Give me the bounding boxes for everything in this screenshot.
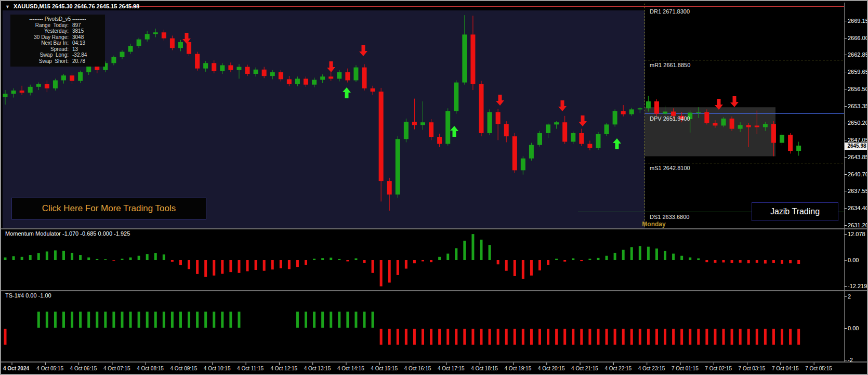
candle-body	[3, 94, 8, 97]
time-label[interactable]: 4 Oct 15:15	[371, 366, 398, 371]
candle-body	[86, 67, 91, 72]
ts-bar	[112, 312, 115, 328]
chart-canvas[interactable]	[1, 1, 868, 375]
ts-bar	[397, 329, 399, 345]
time-label[interactable]: 4 Oct 11:15	[237, 366, 264, 371]
candle-body	[512, 136, 517, 170]
time-label[interactable]: 4 Oct 17:15	[438, 366, 465, 371]
ts-bar	[555, 329, 558, 345]
jazib-trading-watermark: Jazib Trading	[752, 202, 838, 221]
time-label[interactable]: 4 Oct 12:15	[270, 366, 297, 371]
momentum-bar	[764, 260, 767, 264]
time-label[interactable]: 4 Oct 09:15	[170, 366, 198, 371]
candle-body	[53, 80, 58, 88]
momentum-bar	[321, 258, 324, 260]
time-label[interactable]: 4 Oct 18:15	[471, 366, 498, 371]
momentum-bar	[79, 255, 82, 260]
time-label[interactable]: 4 Oct 23:15	[638, 366, 665, 371]
ts-bar	[705, 329, 708, 345]
pivots-panel-title: -------- PivotsD_v5 --------	[10, 16, 105, 22]
pivots-panel-row: Next Bar In:04:13	[10, 40, 105, 46]
candle-body	[162, 32, 166, 38]
ohlc-values: 2645.30 2646.76 2645.15 2645.98	[52, 3, 139, 9]
buy-arrow-icon	[450, 126, 458, 137]
momentum-bar	[497, 260, 499, 264]
pivots-panel-row: Spread:13	[10, 46, 105, 53]
time-label[interactable]: 4 Oct 10:15	[204, 366, 231, 371]
trading-tools-banner[interactable]: Click Here For More Trading Tools	[11, 198, 206, 219]
ts-bar	[563, 329, 566, 345]
momentum-bar	[405, 260, 407, 269]
ts-bar	[739, 329, 742, 345]
time-label[interactable]: 7 Oct 04:15	[772, 366, 799, 371]
time-label[interactable]: 7 Oct 02:15	[705, 366, 732, 371]
sell-arrow-icon	[182, 33, 191, 44]
momentum-bar	[104, 259, 107, 260]
ts-bar	[330, 312, 332, 328]
time-label[interactable]: 7 Oct 03:15	[739, 366, 766, 371]
time-label[interactable]: 4 Oct 08:15	[137, 366, 164, 371]
momentum-bar	[672, 254, 675, 260]
ts-bar	[163, 312, 165, 328]
candle-body	[287, 79, 292, 84]
ts-bar	[797, 329, 800, 345]
ts-bar	[62, 312, 65, 328]
sell-arrow-icon	[558, 100, 567, 111]
time-label[interactable]: 7 Oct 01:15	[672, 366, 699, 371]
ts-bar	[196, 312, 199, 328]
candle-body	[713, 123, 717, 125]
momentum-bar	[697, 258, 700, 260]
candle-body	[245, 67, 250, 74]
time-label[interactable]: 4 Oct 2024	[3, 366, 29, 371]
time-label[interactable]: 4 Oct 05:15	[36, 366, 63, 371]
time-label[interactable]: 7 Oct 05:15	[805, 366, 832, 371]
time-label[interactable]: 4 Oct 21:15	[571, 366, 598, 371]
trading-tools-banner-label: Click Here For More Trading Tools	[42, 203, 176, 214]
momentum-bar	[96, 259, 98, 260]
time-label[interactable]: 4 Oct 16:15	[404, 366, 431, 371]
candle-body	[763, 124, 768, 127]
time-label[interactable]: 4 Oct 07:15	[103, 366, 130, 371]
candle-body	[470, 34, 475, 84]
ts-bar	[455, 329, 457, 345]
time-label[interactable]: 4 Oct 20:15	[538, 366, 565, 371]
ts-bar	[54, 312, 57, 328]
pivot-label-ms1: mS1 2642.8100	[650, 165, 690, 171]
price-tick-label: 2653.35	[848, 103, 868, 109]
sell-arrow-icon	[359, 45, 367, 56]
time-label[interactable]: 4 Oct 13:15	[304, 366, 331, 371]
time-label[interactable]: 4 Oct 22:15	[604, 366, 632, 371]
momentum-bar	[563, 260, 566, 262]
time-label[interactable]: 4 Oct 14:15	[337, 366, 364, 371]
candle-body	[496, 112, 501, 124]
candle-body	[220, 65, 225, 71]
momentum-bar	[372, 260, 374, 273]
pane-separator[interactable]	[1, 228, 868, 229]
ts-bar	[46, 312, 48, 328]
current-price-badge: 2645.98	[845, 143, 868, 150]
ts-bar	[430, 329, 432, 345]
ts-bar	[121, 312, 123, 328]
ts-bar	[756, 329, 758, 345]
momentum-bar	[606, 256, 608, 260]
candle-body	[488, 112, 492, 133]
momentum-bar	[280, 260, 282, 268]
pivots-row-value: 3048	[72, 34, 84, 41]
ts-bar	[380, 329, 383, 345]
session-day-label: Monday	[636, 221, 672, 228]
time-label[interactable]: 4 Oct 19:15	[505, 366, 532, 371]
ts-bar	[580, 329, 583, 345]
momentum-bar	[288, 260, 291, 269]
symbol-period-label: XAUUSD,M15	[14, 3, 50, 9]
pivots-row-value: 13	[72, 46, 78, 53]
pane-separator[interactable]	[1, 290, 868, 291]
symbol-dropdown-icon[interactable]: ▼	[5, 4, 10, 9]
candle-body	[504, 124, 509, 136]
candle-body	[479, 84, 483, 133]
ts-bar	[471, 329, 474, 345]
momentum-bar	[238, 260, 240, 273]
momentum-bar	[296, 260, 299, 267]
time-label[interactable]: 4 Oct 06:15	[70, 366, 97, 371]
ts-bar	[171, 312, 174, 328]
ts-bar	[229, 312, 232, 328]
